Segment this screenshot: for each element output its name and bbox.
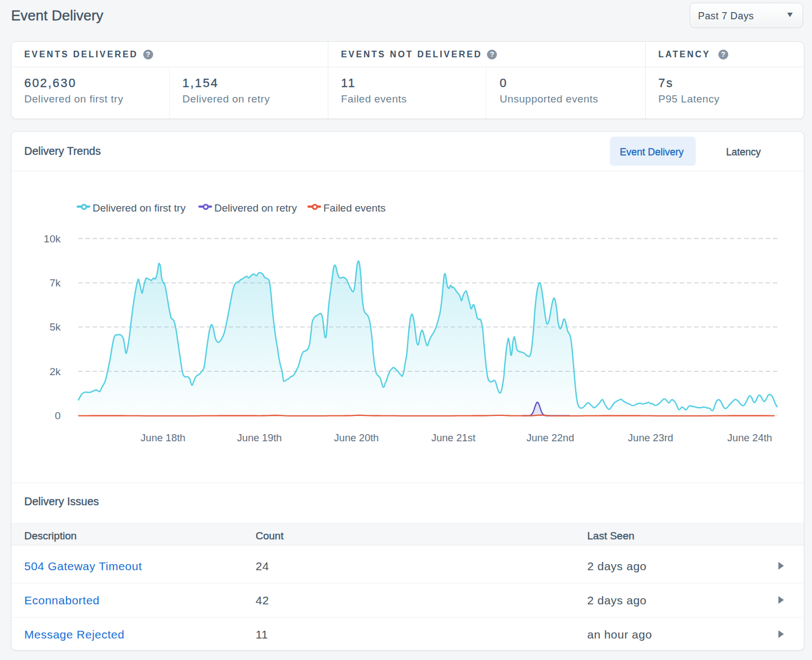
svg-text:7k: 7k (50, 277, 61, 289)
svg-text:June 23rd: June 23rd (628, 432, 673, 443)
svg-text:June 19th: June 19th (237, 432, 282, 443)
svg-text:June 21st: June 21st (431, 432, 475, 443)
svg-text:0: 0 (55, 410, 61, 421)
svg-text:5k: 5k (50, 321, 61, 333)
svg-text:June 24th: June 24th (727, 432, 772, 443)
svg-text:June 18th: June 18th (140, 432, 185, 443)
svg-text:June 20th: June 20th (334, 432, 378, 443)
svg-text:2k: 2k (50, 366, 61, 377)
svg-text:June 22nd: June 22nd (527, 432, 574, 443)
svg-text:10k: 10k (44, 233, 61, 245)
